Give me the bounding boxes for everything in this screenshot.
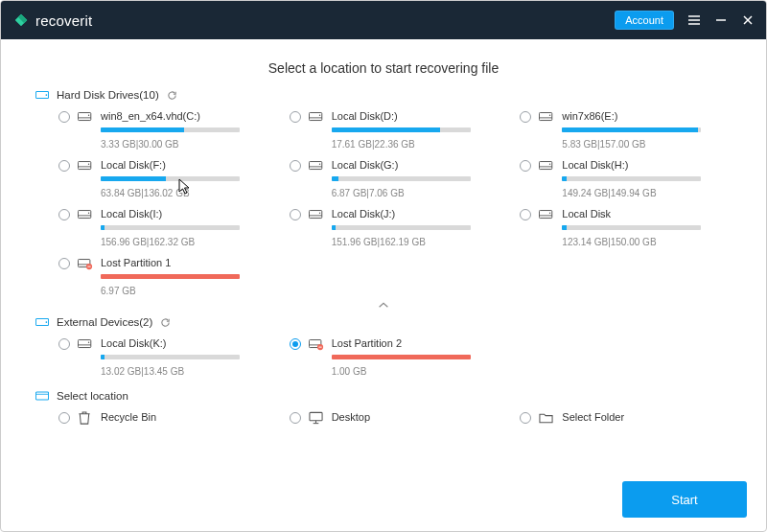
- svg-rect-52: [310, 412, 322, 420]
- disk-icon: [78, 337, 93, 351]
- refresh-icon[interactable]: [160, 317, 171, 328]
- location-icon: [539, 411, 554, 425]
- disk-icon: [78, 208, 93, 221]
- drive-stats: 17.61 GB|22.36 GB: [332, 139, 501, 150]
- drive-stats: 13.02 GB|13.45 GB: [101, 366, 270, 377]
- drive-item[interactable]: Lost Partition 1 6.97 GB: [58, 257, 270, 296]
- usage-bar: [332, 225, 471, 230]
- external-section-icon: [35, 316, 49, 328]
- location-item[interactable]: Desktop: [290, 411, 501, 428]
- location-item[interactable]: Recycle Bin: [58, 411, 270, 428]
- drive-item[interactable]: Local Disk(G:) 6.87 GB|7.06 GB: [290, 159, 501, 198]
- location-radio[interactable]: [520, 412, 531, 424]
- usage-bar: [101, 355, 240, 359]
- location-name: Select Folder: [562, 411, 732, 423]
- location-name: Desktop: [332, 411, 501, 423]
- svg-point-45: [88, 342, 89, 343]
- location-icon: [309, 411, 324, 425]
- svg-point-24: [319, 164, 320, 165]
- drive-item[interactable]: win7x86(E:) 5.83 GB|157.00 GB: [520, 110, 732, 150]
- drive-radio[interactable]: [290, 209, 301, 220]
- drive-stats: 123.14 GB|150.00 GB: [562, 237, 732, 247]
- usage-bar: [101, 274, 240, 279]
- drive-item[interactable]: Local Disk 123.14 GB|150.00 GB: [520, 208, 732, 247]
- usage-bar: [332, 176, 471, 181]
- drive-radio[interactable]: [290, 160, 301, 172]
- drive-radio[interactable]: [58, 338, 70, 350]
- drive-name: Local Disk(D:): [332, 110, 501, 122]
- drive-stats: 1.00 GB: [332, 366, 501, 377]
- content-area: Hard Disk Drives(10) win8_en_x64.vhd(C:)…: [1, 89, 766, 477]
- svg-rect-34: [540, 211, 552, 219]
- drive-name: Local Disk(K:): [101, 337, 270, 349]
- loc-grid: Recycle Bin Desktop Select Folder: [35, 411, 732, 428]
- drive-radio[interactable]: [58, 111, 70, 123]
- svg-point-12: [88, 115, 89, 116]
- drive-stats: 149.24 GB|149.94 GB: [562, 188, 732, 198]
- drive-item[interactable]: win8_en_x64.vhd(C:) 3.33 GB|30.00 GB: [58, 110, 270, 150]
- logo-icon: [12, 12, 30, 29]
- drive-radio[interactable]: [58, 209, 70, 220]
- drive-radio[interactable]: [290, 111, 301, 123]
- titlebar: recoverit Account: [1, 1, 766, 39]
- section-loc-header: Select location: [35, 390, 732, 402]
- drive-stats: 156.96 GB|162.32 GB: [101, 237, 270, 247]
- drive-radio[interactable]: [58, 258, 70, 269]
- drive-name: Local Disk(H:): [562, 159, 732, 171]
- drive-radio[interactable]: [520, 111, 531, 123]
- drive-item[interactable]: Lost Partition 2 1.00 GB: [290, 337, 501, 377]
- drive-radio[interactable]: [58, 160, 70, 172]
- location-icon: [78, 411, 93, 425]
- usage-bar: [101, 176, 240, 181]
- location-name: Recycle Bin: [101, 411, 270, 423]
- drive-radio[interactable]: [520, 209, 531, 220]
- usage-bar: [562, 225, 701, 230]
- drive-item[interactable]: Local Disk(K:) 13.02 GB|13.45 GB: [58, 337, 270, 377]
- svg-rect-13: [309, 113, 321, 121]
- usage-bar: [562, 176, 701, 181]
- usage-bar: [332, 355, 471, 359]
- refresh-icon[interactable]: [167, 90, 177, 101]
- app-name: recoverit: [35, 12, 92, 29]
- account-button[interactable]: Account: [615, 11, 674, 30]
- drive-name: Local Disk(G:): [332, 159, 501, 171]
- drive-name: Lost Partition 2: [332, 337, 501, 349]
- usage-bar: [101, 127, 240, 132]
- menu-icon[interactable]: [687, 13, 701, 27]
- svg-rect-10: [78, 113, 90, 121]
- drive-item[interactable]: Local Disk(H:) 149.24 GB|149.94 GB: [520, 159, 732, 198]
- page-title: Select a location to start recovering fi…: [1, 39, 766, 89]
- drive-name: Lost Partition 1: [101, 257, 270, 268]
- section-ext-title: External Devices(2): [57, 316, 152, 328]
- disk-icon: [78, 257, 93, 270]
- disk-icon: [309, 159, 324, 173]
- drive-radio[interactable]: [290, 338, 301, 350]
- svg-rect-31: [309, 211, 321, 219]
- svg-rect-43: [78, 340, 90, 348]
- location-radio[interactable]: [290, 412, 301, 424]
- drive-item[interactable]: Local Disk(I:) 156.96 GB|162.32 GB: [58, 208, 270, 247]
- location-item[interactable]: Select Folder: [520, 411, 732, 428]
- section-loc-title: Select location: [57, 390, 128, 402]
- svg-rect-19: [78, 162, 90, 170]
- drive-item[interactable]: Local Disk(J:) 151.96 GB|162.19 GB: [290, 208, 501, 247]
- minimize-icon[interactable]: [714, 13, 728, 27]
- location-radio[interactable]: [58, 412, 70, 424]
- drive-name: Local Disk: [562, 208, 732, 220]
- disk-icon: [78, 159, 93, 173]
- close-icon[interactable]: [741, 13, 755, 27]
- drive-name: Local Disk(I:): [101, 208, 270, 220]
- collapse-toggle[interactable]: [35, 300, 732, 311]
- disk-icon: [309, 110, 324, 124]
- start-button[interactable]: Start: [622, 481, 747, 518]
- section-ext-header: External Devices(2): [35, 316, 732, 328]
- svg-point-9: [46, 94, 48, 96]
- svg-point-36: [549, 213, 550, 214]
- drive-item[interactable]: Local Disk(F:) 63.84 GB|136.02 GB: [58, 159, 270, 198]
- svg-point-27: [549, 164, 550, 165]
- drive-item[interactable]: Local Disk(D:) 17.61 GB|22.36 GB: [290, 110, 501, 150]
- drive-radio[interactable]: [520, 160, 531, 172]
- usage-bar: [562, 127, 701, 132]
- drive-name: win7x86(E:): [562, 110, 732, 122]
- usage-bar: [101, 225, 240, 230]
